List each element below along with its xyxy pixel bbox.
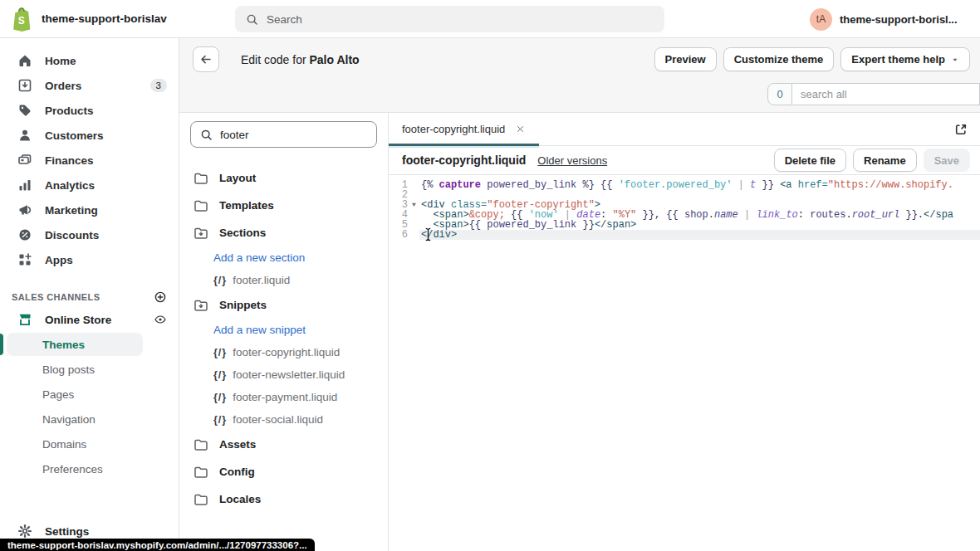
- search-icon: [245, 12, 259, 27]
- global-search-input[interactable]: Search: [235, 6, 664, 32]
- sidebar-item-online-store[interactable]: Online Store: [0, 307, 179, 332]
- file-name-label: footer-social.liquid: [233, 413, 323, 426]
- page-header: Edit code for Palo Alto Preview Customiz…: [179, 38, 980, 112]
- products-icon: [17, 102, 33, 119]
- sidebar-item-label: Themes: [42, 339, 85, 351]
- tree-file-footer-social-liquid[interactable]: {/}footer-social.liquid: [179, 408, 388, 431]
- sidebar-item-label: Analytics: [45, 179, 167, 192]
- search-all-input[interactable]: [792, 83, 980, 105]
- sidebar: HomeOrders3ProductsCustomersFinancesAnal…: [0, 38, 179, 551]
- sidebar-item-label: Apps: [45, 254, 167, 266]
- tree-folder-snippets[interactable]: Snippets: [179, 291, 388, 319]
- tree-file-footer-payment-liquid[interactable]: {/}footer-payment.liquid: [179, 386, 388, 408]
- code-area[interactable]: 1{% capture powered_by_link %} {{ 'foote…: [389, 175, 980, 240]
- back-button[interactable]: [193, 46, 219, 72]
- code-line-text: [419, 190, 980, 200]
- sidebar-item-customers[interactable]: Customers: [0, 123, 179, 148]
- sidebar-item-analytics[interactable]: Analytics: [0, 173, 179, 197]
- liquid-file-icon: {/}: [213, 347, 227, 358]
- link-preview-statusbar: theme-support-borislav.myshopify.com/adm…: [0, 539, 315, 551]
- sidebar-item-pages[interactable]: Pages: [0, 382, 179, 407]
- tree-link-add-a-new-section[interactable]: Add a new section: [179, 246, 388, 269]
- sidebar-item-products[interactable]: Products: [0, 98, 179, 123]
- fold-gutter: [409, 210, 419, 220]
- sidebar-item-label: Customers: [45, 129, 167, 142]
- sidebar-item-blog-posts[interactable]: Blog posts: [0, 357, 179, 382]
- file-search-input[interactable]: [220, 129, 368, 141]
- tree-folder-templates[interactable]: Templates: [179, 192, 388, 219]
- delete-file-button[interactable]: Delete file: [774, 149, 846, 172]
- sidebar-item-label: Products: [45, 105, 167, 117]
- code-line-1[interactable]: 1{% capture powered_by_link %} {{ 'foote…: [389, 180, 980, 190]
- sidebar-item-themes[interactable]: Themes: [0, 332, 179, 357]
- sidebar-item-home[interactable]: Home: [0, 48, 179, 73]
- file-search-box: [190, 121, 377, 148]
- tree-file-footer-copyright-liquid[interactable]: {/}footer-copyright.liquid: [179, 341, 388, 363]
- code-line-5[interactable]: 5 <span>{{ powered_by_link }}</span>: [389, 220, 980, 230]
- store-brand[interactable]: S theme-support-borislav: [0, 6, 224, 32]
- code-editor-panel: footer-copyright.liquid footer-copyright…: [389, 112, 980, 551]
- sidebar-item-orders[interactable]: Orders3: [0, 73, 179, 98]
- finances-icon: [17, 152, 33, 168]
- tree-file-footer-newsletter-liquid[interactable]: {/}footer-newsletter.liquid: [179, 363, 388, 386]
- preview-button[interactable]: Preview: [654, 47, 717, 71]
- tree-link-add-a-new-snippet[interactable]: Add a new snippet: [179, 319, 388, 341]
- fold-gutter: [409, 190, 419, 200]
- sidebar-item-finances[interactable]: Finances: [0, 148, 179, 173]
- sidebar-item-label: Pages: [42, 388, 74, 401]
- older-versions-link[interactable]: Older versions: [537, 154, 607, 167]
- code-line-4[interactable]: 4 <span>&copy; {{ 'now' | date: "%Y" }},…: [389, 210, 980, 220]
- folder-icon: [193, 491, 209, 508]
- apps-icon: [17, 251, 33, 268]
- sidebar-item-preferences[interactable]: Preferences: [0, 456, 179, 481]
- rename-button[interactable]: Rename: [853, 149, 917, 172]
- main-area: Edit code for Palo Alto Preview Customiz…: [179, 38, 980, 551]
- tree-folder-config[interactable]: Config: [179, 458, 388, 485]
- text-cursor-icon: [424, 227, 433, 241]
- file-tree: LayoutTemplatesSectionsAdd a new section…: [179, 154, 388, 551]
- file-title: footer-copyright.liquid: [402, 154, 526, 167]
- customize-theme-button[interactable]: Customize theme: [723, 47, 835, 71]
- page-title: Edit code for Palo Alto: [241, 53, 360, 66]
- file-tree-panel: LayoutTemplatesSectionsAdd a new section…: [179, 112, 389, 551]
- tree-folder-locales[interactable]: Locales: [179, 485, 388, 513]
- avatar: tA: [810, 8, 832, 31]
- code-line-text: <span>{{ powered_by_link }}</span>: [419, 220, 980, 230]
- tree-folder-sections[interactable]: Sections: [179, 219, 388, 246]
- sidebar-item-apps[interactable]: Apps: [0, 247, 179, 272]
- add-new-link-label: Add a new section: [213, 251, 305, 264]
- code-line-3[interactable]: 3▼<div class="footer-copyright">: [389, 200, 980, 210]
- tab-footer-copyright-liquid[interactable]: footer-copyright.liquid: [389, 113, 539, 145]
- sidebar-item-domains[interactable]: Domains: [0, 432, 179, 456]
- line-number: 6: [389, 230, 409, 240]
- add-new-link-label: Add a new snippet: [213, 324, 306, 336]
- close-tab-icon[interactable]: [515, 124, 526, 134]
- folder-label: Layout: [219, 172, 256, 184]
- liquid-file-icon: {/}: [213, 414, 227, 426]
- account-menu[interactable]: tA theme-support-borisl...: [810, 0, 980, 38]
- folder-label: Sections: [219, 227, 266, 239]
- tree-file-footer-liquid[interactable]: {/}footer.liquid: [179, 269, 388, 291]
- global-search-placeholder: Search: [267, 13, 302, 26]
- add-sales-channel-icon[interactable]: [154, 290, 167, 304]
- expand-editor-icon[interactable]: [953, 121, 969, 138]
- top-bar: S theme-support-borislav Search tA theme…: [0, 0, 980, 38]
- fold-arrow-icon[interactable]: ▼: [409, 200, 419, 210]
- view-store-eye-icon[interactable]: [154, 313, 167, 326]
- sidebar-item-marketing[interactable]: Marketing: [0, 197, 179, 222]
- arrow-left-icon: [198, 52, 213, 67]
- code-line-2[interactable]: 2: [389, 190, 980, 200]
- expert-theme-help-button[interactable]: Expert theme help: [840, 47, 970, 71]
- save-button[interactable]: Save: [924, 149, 970, 172]
- code-line-6[interactable]: 6</div>: [389, 230, 980, 240]
- search-all-widget: 0: [767, 83, 980, 105]
- tree-folder-layout[interactable]: Layout: [179, 164, 388, 192]
- tree-folder-assets[interactable]: Assets: [179, 431, 388, 458]
- sidebar-item-navigation[interactable]: Navigation: [0, 407, 179, 432]
- folder-icon: [193, 436, 209, 453]
- sales-channels-label: SALES CHANNELS: [12, 292, 154, 302]
- sidebar-item-discounts[interactable]: Discounts: [0, 222, 179, 247]
- folder-label: Locales: [219, 493, 261, 505]
- file-name-label: footer-payment.liquid: [233, 391, 337, 403]
- fold-gutter: [409, 220, 419, 230]
